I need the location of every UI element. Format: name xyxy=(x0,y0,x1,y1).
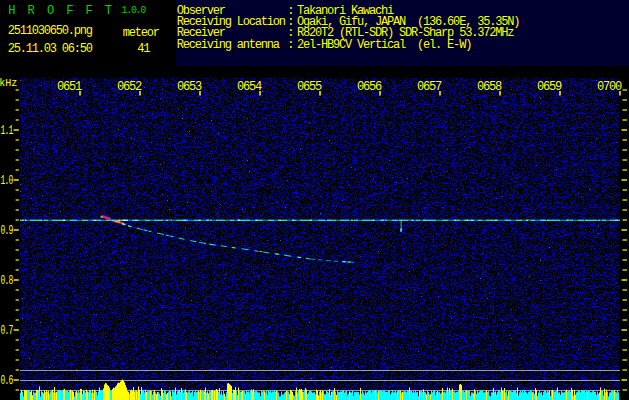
svg-text:0.8: 0.8 xyxy=(1,275,14,288)
svg-text:0659: 0659 xyxy=(537,80,562,94)
svg-text:0654: 0654 xyxy=(237,80,262,94)
svg-text:2511030650.png: 2511030650.png xyxy=(8,24,93,38)
svg-text:1.0.0: 1.0.0 xyxy=(122,5,147,16)
svg-text:41: 41 xyxy=(137,42,150,56)
svg-text:0658: 0658 xyxy=(477,80,502,94)
svg-text:Receiving antenna: Receiving antenna xyxy=(177,38,280,52)
svg-text:1.0: 1.0 xyxy=(1,175,14,188)
svg-text:0.6: 0.6 xyxy=(1,375,14,388)
svg-text:meteor: meteor xyxy=(123,26,160,40)
svg-text:0656: 0656 xyxy=(357,80,382,94)
svg-text:0700: 0700 xyxy=(597,80,622,94)
svg-text:2el-HB9CV Vertical (el. E-W): 2el-HB9CV Vertical (el. E-W) xyxy=(297,38,471,52)
svg-text::: : xyxy=(287,38,293,52)
svg-text:0657: 0657 xyxy=(417,80,442,94)
svg-text:0652: 0652 xyxy=(117,80,142,94)
svg-text:0653: 0653 xyxy=(177,80,202,94)
svg-text:H R O F F T: H R O F F T xyxy=(8,4,114,18)
svg-text:1.1: 1.1 xyxy=(1,125,14,138)
svg-text:25.11.03 06:50: 25.11.03 06:50 xyxy=(8,42,93,56)
svg-text:kHz: kHz xyxy=(0,78,17,89)
svg-text:0.7: 0.7 xyxy=(1,325,14,338)
svg-text:0.9: 0.9 xyxy=(1,225,14,238)
svg-text:0655: 0655 xyxy=(297,80,322,94)
svg-text:0651: 0651 xyxy=(57,80,82,94)
